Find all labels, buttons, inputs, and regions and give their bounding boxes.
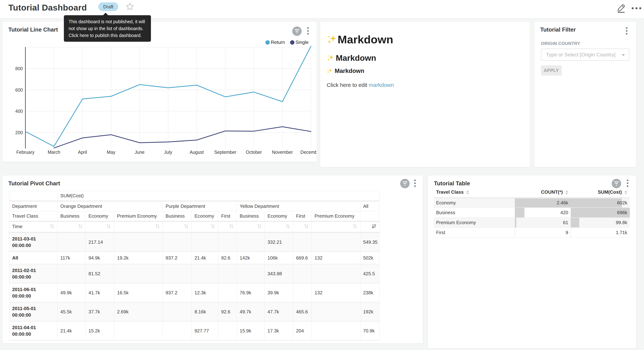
sort-icon[interactable] xyxy=(229,224,234,230)
pivot-cell: 19.2k xyxy=(114,252,163,264)
sort-icon[interactable] xyxy=(106,224,111,230)
pivot-cell xyxy=(218,283,237,302)
pivot-corner-cell xyxy=(9,191,58,201)
origin-country-select[interactable]: Type or Select [Origin Country] xyxy=(541,48,629,61)
x-tick-label: September xyxy=(214,150,236,155)
cross-filter-badge-icon[interactable] xyxy=(612,179,621,188)
table-cell-travel-class: Economy xyxy=(434,198,515,208)
chart-kebab-menu-icon[interactable] xyxy=(414,180,416,187)
sort-icon[interactable] xyxy=(50,224,54,230)
pivot-sort-cell[interactable] xyxy=(264,222,293,232)
pivot-cell: 927.77 xyxy=(192,321,218,340)
pivot-cell: 37.7k xyxy=(86,302,114,321)
pivot-sort-cell[interactable] xyxy=(218,222,237,232)
markdown-h2-label: Markdown xyxy=(336,53,376,63)
sort-icon[interactable] xyxy=(257,224,262,230)
markdown-h2: Markdown xyxy=(327,53,376,63)
pivot-cell xyxy=(312,321,360,340)
sort-icon[interactable] xyxy=(155,224,160,230)
pivot-row-label: 2011-06-01 00:00:00 xyxy=(9,283,58,302)
table-cell-sum: 602k xyxy=(571,198,630,208)
sort-icon[interactable] xyxy=(210,224,215,230)
header-ellipsis-menu-icon[interactable] xyxy=(632,7,641,9)
chart-kebab-menu-icon[interactable] xyxy=(626,180,629,187)
pivot-cell xyxy=(218,264,237,283)
pivot-cell: 117k xyxy=(57,252,86,264)
pivot-sort-cell[interactable] xyxy=(360,222,379,232)
pivot-time-header[interactable]: Time xyxy=(9,222,58,232)
pivot-metric-header: SUM(Cost) xyxy=(57,191,379,201)
pivot-cell: 106k xyxy=(264,252,293,264)
pivot-cell: 465.6 xyxy=(293,302,312,321)
pivot-class-col-header: Business xyxy=(57,211,86,222)
table-cell-sum: 696k xyxy=(571,208,630,218)
pivot-cell: 937.2 xyxy=(162,252,192,264)
cell-value: 99.8k xyxy=(573,220,627,226)
pivot-class-col-header: Economy xyxy=(264,211,293,222)
table-row: First91.71k xyxy=(434,228,630,238)
sort-icon[interactable] xyxy=(184,224,188,230)
pivot-cell: 343.98 xyxy=(264,264,293,283)
sort-icon[interactable] xyxy=(78,224,82,230)
filter-kebab-menu-icon[interactable] xyxy=(625,27,628,35)
chart-kebab-menu-icon[interactable] xyxy=(306,27,309,35)
pivot-sort-cell[interactable] xyxy=(293,222,312,232)
pivot-cell: 47.7k xyxy=(264,302,293,321)
cell-value: 420 xyxy=(518,210,568,216)
pivot-cell xyxy=(218,321,237,340)
pivot-sort-cell[interactable] xyxy=(114,222,163,232)
cross-filter-badge-icon[interactable] xyxy=(400,179,410,188)
line-chart: FebruaryMarchAprilMayJuneJulyAugustSepte… xyxy=(2,45,316,161)
pivot-cell xyxy=(114,264,163,283)
x-tick-label: December xyxy=(300,150,316,155)
pivot-cell: 8.16k xyxy=(192,302,218,321)
table-col-header-count[interactable]: COUNT(*) xyxy=(515,187,571,198)
pivot-class-col-header: Business xyxy=(237,211,264,222)
pivot-sort-cell[interactable] xyxy=(237,222,264,232)
table-row: Premium Economy6199.8k xyxy=(434,218,630,228)
pivot-sort-cell[interactable] xyxy=(312,222,360,232)
pivot-row: All117k94.9k19.2k937.221.4k92.6142k106k6… xyxy=(9,252,380,264)
pivot-cell xyxy=(57,232,86,252)
legend-item-single[interactable]: Single xyxy=(290,40,308,45)
cell-bar xyxy=(515,218,516,228)
pivot-sort-cell[interactable] xyxy=(162,222,192,232)
apply-button[interactable]: APPLY xyxy=(541,65,562,76)
sort-icon[interactable] xyxy=(286,224,290,230)
table-card: Tutorial Table Travel ClassCOUNT(*)SUM(C… xyxy=(428,176,636,348)
pivot-cell: 549.35 xyxy=(360,232,379,252)
pivot-cell xyxy=(192,232,218,252)
sort-icon[interactable] xyxy=(353,224,357,230)
line-chart-card: Tutorial Line Chart ReturnSingle Februar… xyxy=(2,22,316,162)
table-col-header-travel-class[interactable]: Travel Class xyxy=(434,187,515,198)
table-col-header-sum-cost[interactable]: SUM(Cost) xyxy=(571,187,630,198)
origin-country-label: ORIGIN COUNTRY xyxy=(541,41,580,46)
pivot-cell xyxy=(312,264,360,283)
sort-icon[interactable] xyxy=(304,224,308,230)
edit-pencil-icon[interactable] xyxy=(616,2,626,13)
pivot-group-header: Orange Department xyxy=(57,201,162,211)
pivot-class-col-header: Premium Economy xyxy=(312,211,360,222)
pivot-cell: 39.9k xyxy=(264,283,293,302)
pivot-cell: 49.7k xyxy=(237,302,264,321)
pivot-sort-cell[interactable] xyxy=(86,222,114,232)
table-cell-travel-class: Premium Economy xyxy=(434,218,515,228)
cross-filter-badge-icon[interactable] xyxy=(292,26,302,36)
legend-item-return[interactable]: Return xyxy=(266,40,285,45)
pivot-cell: 204 xyxy=(293,321,312,340)
markdown-edit-link[interactable]: markdown xyxy=(369,82,394,88)
legend-dot-icon xyxy=(290,40,294,44)
pivot-sort-cell[interactable] xyxy=(57,222,86,232)
filter-card-title: Tutorial Filter xyxy=(540,26,576,33)
y-tick-label: 800 xyxy=(15,66,23,71)
sort-arrows-icon xyxy=(624,190,627,194)
pivot-sort-cell[interactable] xyxy=(192,222,218,232)
cell-value: 9 xyxy=(518,230,568,236)
draft-badge[interactable]: Draft xyxy=(98,2,118,11)
pivot-chart-card: Tutorial Pivot Chart SUM(Cost)Department… xyxy=(2,176,423,343)
sort-desc-icon[interactable] xyxy=(372,224,376,230)
table-cell-sum: 99.8k xyxy=(571,218,630,228)
favorite-star-icon[interactable] xyxy=(126,2,134,11)
pivot-class-col-header: First xyxy=(293,211,312,222)
pivot-class-col-header: Economy xyxy=(192,211,218,222)
